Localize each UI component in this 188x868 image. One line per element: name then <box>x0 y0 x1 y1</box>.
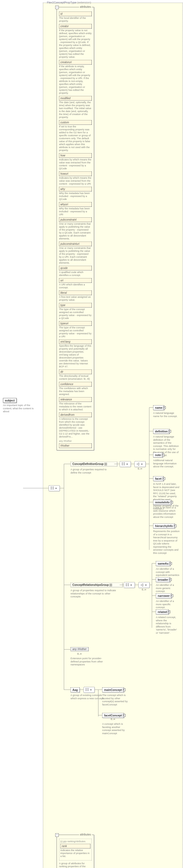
concept-definition-group[interactable]: ConceptDefinitionGroup <box>71 462 117 466</box>
element-wrap-definition: definition+ <box>153 429 170 434</box>
connector <box>135 585 138 585</box>
attribute-modified: modified <box>59 96 92 100</box>
ranking-panel-title: attributes <box>79 833 92 836</box>
connector <box>150 585 152 585</box>
attribute-doc: The confidence with which the metadata h… <box>59 387 92 396</box>
any-other-element[interactable]: any ##other <box>71 647 88 651</box>
expand-icon[interactable]: + <box>162 454 164 456</box>
connector <box>95 689 98 690</box>
definition-element[interactable]: definition+ <box>153 429 170 434</box>
sameAs-element[interactable]: sameAs+ <box>156 561 170 566</box>
hierarchyInfo-doc: Represents the position of a concept in … <box>153 530 180 554</box>
mainConcept-doc: The concept which is faceted by other co… <box>102 693 129 706</box>
expand-icon[interactable]: + <box>168 430 171 433</box>
expand-icon[interactable]: + <box>171 594 173 597</box>
crg-doc: A group of properties required to indica… <box>71 589 116 598</box>
note-element[interactable]: note+ <box>153 453 163 457</box>
any-other-doc: Extension point for provider-defined pro… <box>71 657 108 666</box>
attribute-doc: The relevance of the metadata to the new… <box>59 402 92 411</box>
attribute-doc: The local identifier of the property. <box>59 17 92 23</box>
connector <box>152 579 156 580</box>
expand-icon[interactable]: + <box>169 562 172 565</box>
svg-point-0 <box>55 488 57 489</box>
attribute-doc: A reference to the concept from which th… <box>59 417 92 438</box>
svg-point-10 <box>145 585 146 586</box>
expand-icon[interactable]: + <box>170 501 173 504</box>
expand-icon[interactable]: + <box>169 578 171 581</box>
element-wrap-broader: broader+ <box>156 577 170 582</box>
attribute-howuri: howuri <box>59 172 92 176</box>
element-wrap-name: name+ <box>153 405 164 410</box>
expand-icon[interactable]: + <box>123 688 125 691</box>
related-doc: A related concept, where the relationshi… <box>156 616 180 634</box>
connector <box>149 407 153 408</box>
sameAs-doc: An identifier of a concept with equivale… <box>156 567 180 577</box>
choice-compositor[interactable]: 0..∞ <box>135 461 146 467</box>
element-wrap-facet: facet+ <box>153 476 163 481</box>
narrower-element[interactable]: narrower+ <box>156 593 172 598</box>
connector <box>149 526 153 526</box>
cdg-doc: A group of properties required to define… <box>71 468 113 474</box>
connector <box>98 689 102 690</box>
attribute-how: how <box>59 153 92 158</box>
sequence-compositor[interactable] <box>120 461 131 467</box>
sequence-compositor[interactable] <box>124 582 135 588</box>
attribute-doc: A URI which identifies a concept. <box>59 283 92 289</box>
ranking-group-label: grp rankingAttributes <box>60 840 90 843</box>
attribute-doc: If the attribute is empty, specifies whi… <box>59 65 92 95</box>
expand-icon[interactable]: + <box>174 525 176 527</box>
facet-element[interactable]: facet+ <box>153 476 163 481</box>
element-wrap-remoteInfo: remoteInfo+ <box>153 500 172 505</box>
svg-point-9 <box>130 585 132 586</box>
broader-element[interactable]: broader+ <box>156 577 170 582</box>
attribute-type: type <box>59 303 92 307</box>
cardinality: 0..∞ <box>111 718 115 720</box>
connector <box>152 612 156 612</box>
concept-relationships-group[interactable]: ConceptRelationshipsGroup <box>71 583 122 587</box>
any-attr-group-label: any ##other <box>59 440 92 442</box>
facetConcept-element[interactable]: facetConcept+ <box>102 713 124 718</box>
any-other-extension: any ##other 0..∞ <box>71 647 88 651</box>
element-wrap-hierarchyInfo: hierarchyInfo+ <box>153 524 175 528</box>
attribute-derivedfrom: derivedfrom <box>59 412 92 417</box>
svg-point-4 <box>126 464 128 465</box>
type-extension-box: Flex1ConceptPropType (extension) subject… <box>43 3 183 868</box>
expand-icon[interactable]: + <box>162 477 165 480</box>
hierarchyInfo-element[interactable]: hierarchyInfo+ <box>153 524 175 528</box>
sequence-compositor[interactable] <box>48 485 60 491</box>
attribute-doc: The date (and, optionally, the time) whe… <box>59 101 92 119</box>
rank-attr-doc: Indicates the relative importance of pro… <box>60 849 90 858</box>
connector <box>23 488 48 488</box>
sequence-compositor[interactable] <box>83 687 95 693</box>
remoteInfo-element[interactable]: remoteInfo+ <box>153 500 172 505</box>
connector <box>64 689 71 690</box>
attribute-pubconstraint: pubconstraint <box>59 217 92 222</box>
facetConcept-doc: A concept which is faceting another conc… <box>102 722 129 735</box>
name-element[interactable]: name+ <box>153 405 164 410</box>
attribute-doc: If the property value is not defined, sp… <box>59 29 92 59</box>
expand-icon[interactable]: + <box>167 611 170 613</box>
connector <box>64 464 64 689</box>
element-wrap-note: note+ <box>153 453 163 457</box>
mainConcept-element[interactable]: mainConcept+ <box>102 687 124 692</box>
connector <box>64 649 71 650</box>
expand-icon[interactable]: + <box>163 406 165 409</box>
bag-element-node[interactable]: Aag <box>71 687 80 692</box>
attribute-doc: A free-text value assigned as property v… <box>59 296 92 302</box>
note-doc: Additional natural language information … <box>153 459 180 468</box>
subject-element[interactable]: subject <box>3 398 16 403</box>
ranking-attributes-panel: − attributes grp rankingAttributes rank … <box>57 835 94 868</box>
choice-compositor[interactable]: 0..∞ <box>138 582 150 588</box>
element-wrap-mainConcept: mainConcept+ <box>102 687 124 692</box>
collapse-toggle-icon[interactable]: − <box>55 833 59 837</box>
connector <box>60 488 64 488</box>
related-element[interactable]: related+ <box>156 610 169 614</box>
element-wrap-related: related+ <box>156 610 169 614</box>
collapse-toggle-icon[interactable]: − <box>55 6 59 9</box>
subject-element-wrap: subject An important topic of the conten… <box>3 398 40 413</box>
connector <box>149 407 149 550</box>
expand-icon[interactable]: + <box>123 714 125 717</box>
attribute-custom: custom <box>59 120 92 125</box>
attribute-pubconstrainturi: pubconstrainturi <box>59 242 92 246</box>
attribute-why: why <box>59 187 92 191</box>
